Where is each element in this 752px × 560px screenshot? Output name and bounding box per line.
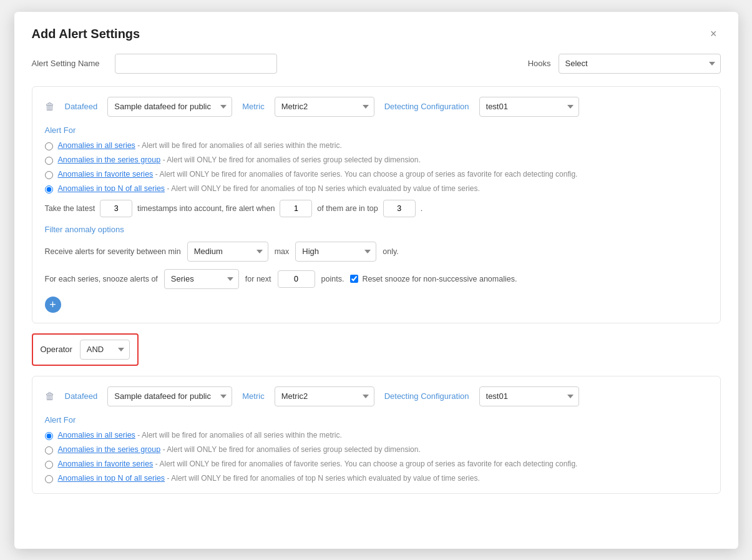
close-button[interactable]: × bbox=[706, 27, 721, 41]
trash-icon-2[interactable]: 🗑 bbox=[45, 391, 55, 402]
for-next-label-1: for next bbox=[245, 275, 271, 283]
severity-row-1: Receive alerts for severity between min … bbox=[45, 242, 708, 262]
alert-for-title-1: Alert For bbox=[45, 125, 708, 135]
detecting-select-2[interactable]: test01 bbox=[479, 386, 579, 406]
reset-snooze-text-1: Reset snooze for non-successive anomalie… bbox=[362, 275, 517, 283]
radio-series-group-1[interactable] bbox=[45, 157, 53, 165]
radio-item-series-group-1: Anomalies in the series group - Alert wi… bbox=[45, 155, 708, 165]
alert-for-section-2: Alert For Anomalies in all series - Aler… bbox=[45, 415, 708, 483]
operator-row: Operator AND OR bbox=[32, 333, 139, 366]
severity-label-1: Receive alerts for severity between min bbox=[45, 247, 181, 256]
alert-name-label: Alert Setting Name bbox=[32, 59, 100, 68]
max-label-1: max bbox=[275, 247, 290, 256]
snooze-input-1[interactable] bbox=[278, 270, 315, 288]
radio-item-top-n-1: Anomalies in top N of all series - Alert… bbox=[45, 184, 708, 194]
top-n-inputs-row: Take the latest timestamps into account,… bbox=[45, 200, 708, 217]
severity-max-select-1[interactable]: High Low Medium Critical bbox=[295, 242, 376, 262]
detecting-select-1[interactable]: test01 bbox=[479, 97, 579, 117]
radio-favorite-1[interactable] bbox=[45, 171, 53, 179]
radio-anomalies-all-2[interactable] bbox=[45, 432, 53, 440]
radio-series-group-2[interactable] bbox=[45, 446, 53, 454]
metric-select-2[interactable]: Metric2 bbox=[275, 386, 374, 406]
datafeed-select-1[interactable]: Sample datafeed for public bbox=[107, 97, 232, 117]
section-2-card: 🗑 Datafeed Sample datafeed for public Me… bbox=[32, 376, 721, 494]
reset-snooze-checkbox-1[interactable] bbox=[350, 275, 358, 283]
filter-section-1: Filter anomaly options Receive alerts fo… bbox=[45, 225, 708, 313]
datafeed-label-1: Datafeed bbox=[65, 102, 98, 111]
trash-icon-1[interactable]: 🗑 bbox=[45, 101, 55, 112]
datafeed-select-2[interactable]: Sample datafeed for public bbox=[107, 386, 232, 406]
radio-label-favorite-1: Anomalies in favorite series - Alert wil… bbox=[58, 170, 578, 179]
operator-select[interactable]: AND OR bbox=[80, 340, 130, 360]
radio-group-1: Anomalies in all series - Alert will be … bbox=[45, 141, 708, 194]
snooze-row-1: For each series, snooze alerts of Series… bbox=[45, 269, 708, 289]
datafeed-label-2: Datafeed bbox=[65, 391, 98, 401]
radio-label-top-n-2: Anomalies in top N of all series - Alert… bbox=[58, 474, 480, 483]
detecting-label-1: Detecting Configuration bbox=[384, 102, 469, 111]
of-them-label: of them are in top bbox=[317, 204, 378, 213]
take-latest-input[interactable] bbox=[100, 200, 132, 217]
severity-min-select-1[interactable]: Medium Low High Critical bbox=[187, 242, 268, 262]
hooks-select[interactable]: Select bbox=[559, 54, 721, 74]
radio-label-anomalies-all-2: Anomalies in all series - Alert will be … bbox=[58, 431, 342, 440]
modal-header: Add Alert Settings × bbox=[32, 27, 721, 41]
radio-item-favorite-2: Anomalies in favorite series - Alert wil… bbox=[45, 459, 708, 469]
radio-label-anomalies-all-1: Anomalies in all series - Alert will be … bbox=[58, 141, 342, 150]
hooks-label: Hooks bbox=[528, 59, 551, 68]
metric-label-2: Metric bbox=[242, 391, 264, 401]
dot-1: . bbox=[421, 204, 422, 213]
radio-label-series-group-1: Anomalies in the series group - Alert wi… bbox=[58, 155, 421, 164]
metric-select-1[interactable]: Metric2 bbox=[275, 97, 374, 117]
hooks-group: Hooks Select bbox=[528, 54, 721, 74]
only-label-1: only. bbox=[383, 247, 398, 256]
radio-item-anomalies-all-2: Anomalies in all series - Alert will be … bbox=[45, 431, 708, 440]
radio-top-n-2[interactable] bbox=[45, 475, 53, 483]
datafeed-row-1: 🗑 Datafeed Sample datafeed for public Me… bbox=[45, 97, 708, 117]
radio-label-favorite-2: Anomalies in favorite series - Alert wil… bbox=[58, 459, 578, 468]
radio-item-series-group-2: Anomalies in the series group - Alert wi… bbox=[45, 445, 708, 454]
alert-for-section-1: Alert For Anomalies in all series - Aler… bbox=[45, 125, 708, 217]
snooze-select-1[interactable]: Series Metric All bbox=[164, 269, 239, 289]
radio-label-top-n-1: Anomalies in top N of all series - Alert… bbox=[58, 184, 480, 193]
radio-favorite-2[interactable] bbox=[45, 461, 53, 469]
points-label-1: points. bbox=[321, 275, 344, 283]
filter-title-1: Filter anomaly options bbox=[45, 225, 708, 234]
radio-item-top-n-2: Anomalies in top N of all series - Alert… bbox=[45, 474, 708, 483]
alert-name-input[interactable] bbox=[115, 54, 277, 74]
alert-for-title-2: Alert For bbox=[45, 415, 708, 425]
reset-snooze-label-1[interactable]: Reset snooze for non-successive anomalie… bbox=[350, 275, 517, 283]
detecting-label-2: Detecting Configuration bbox=[384, 391, 469, 401]
datafeed-row-2: 🗑 Datafeed Sample datafeed for public Me… bbox=[45, 386, 708, 406]
snooze-label-1: For each series, snooze alerts of bbox=[45, 275, 158, 283]
top-row: Alert Setting Name Hooks Select bbox=[32, 54, 721, 74]
radio-top-n-1[interactable] bbox=[45, 185, 53, 194]
operator-label: Operator bbox=[41, 345, 72, 354]
section-1-card: 🗑 Datafeed Sample datafeed for public Me… bbox=[32, 86, 721, 323]
fire-when-input[interactable] bbox=[280, 200, 312, 217]
modal-title: Add Alert Settings bbox=[32, 27, 140, 41]
metric-label-1: Metric bbox=[242, 102, 264, 111]
radio-item-favorite-1: Anomalies in favorite series - Alert wil… bbox=[45, 170, 708, 179]
top-input[interactable] bbox=[383, 200, 416, 217]
timestamps-label: timestamps into account, fire alert when bbox=[137, 204, 275, 213]
radio-label-series-group-2: Anomalies in the series group - Alert wi… bbox=[58, 445, 421, 454]
radio-group-2: Anomalies in all series - Alert will be … bbox=[45, 431, 708, 483]
add-filter-button-1[interactable]: + bbox=[45, 297, 61, 313]
add-alert-modal: Add Alert Settings × Alert Setting Name … bbox=[14, 12, 738, 549]
radio-anomalies-all-1[interactable] bbox=[45, 142, 53, 150]
take-latest-label: Take the latest bbox=[45, 204, 95, 213]
radio-item-anomalies-all-1: Anomalies in all series - Alert will be … bbox=[45, 141, 708, 150]
